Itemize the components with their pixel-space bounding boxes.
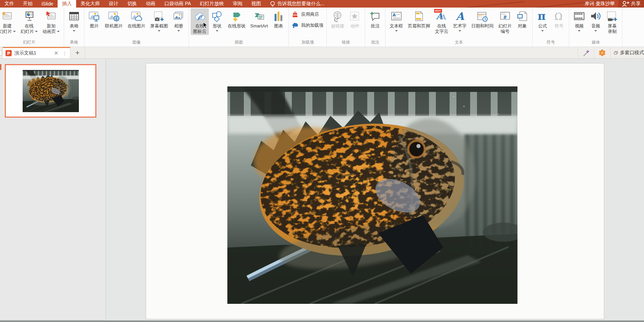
picture-button[interactable]: 图片 <box>86 8 103 29</box>
button-label: 动画页 <box>43 29 56 34</box>
dropdown-arrow <box>395 30 398 32</box>
online-shapes-button[interactable]: 在线形状 <box>225 8 248 29</box>
web-pictures-button[interactable]: 在线图片 <box>125 8 148 29</box>
button-label: 对象 <box>518 23 527 29</box>
new-tab-button[interactable]: + <box>70 47 85 58</box>
screen-record-icon <box>606 11 618 22</box>
shapes-button[interactable]: 形状 <box>209 8 225 32</box>
group-label-comments: 批注 <box>367 39 383 47</box>
chart-button[interactable]: 图表 <box>270 8 287 29</box>
omega-icon <box>553 11 565 22</box>
screen-record-button[interactable]: 屏幕 录制 <box>604 8 620 35</box>
dropdown-arrow <box>216 30 218 32</box>
object-icon <box>516 11 528 22</box>
online-pictures-button[interactable]: 联机图片 <box>103 8 125 29</box>
online-icon-cloud-button[interactable]: 在线 图标云 <box>191 8 209 35</box>
share-button[interactable]: 共享 <box>618 0 644 8</box>
menu-item-slideshow[interactable]: 幻灯片放映 <box>195 0 228 8</box>
dropdown-arrow <box>541 30 544 32</box>
ribbon-group-illustrations: 在线 图标云 形状 在线形状 SmartArt 图表 插图 <box>189 8 289 47</box>
wordart-button[interactable]: 艺术字 <box>451 8 469 32</box>
my-addins-button[interactable]: 我的加载项 <box>292 22 323 29</box>
ribbon-insert: 新建 幻灯片 在线 幻灯片 新加 动画页 幻灯片 表格 表格 <box>0 8 644 47</box>
dropdown-arrow <box>57 31 60 32</box>
close-tab-icon[interactable]: ✕ <box>53 50 59 56</box>
menu-item-file[interactable]: 文件 <box>0 0 19 8</box>
action-button[interactable]: 动作 <box>347 8 363 29</box>
menu-item-pocket-animation[interactable]: 口袋动画 PA <box>160 0 195 8</box>
video-button[interactable]: 视频 <box>571 8 587 32</box>
menu-item-animations[interactable]: 动画 <box>141 0 160 8</box>
smartart-button[interactable]: SmartArt <box>248 8 270 29</box>
panel-footer-divider <box>0 320 106 320</box>
table-button[interactable]: 表格 <box>66 8 82 32</box>
ribbon-group-links: 超链接 动作 链接 <box>327 8 365 47</box>
settings-gear-button[interactable] <box>594 47 610 58</box>
menu-item-insert-active[interactable]: 插入 <box>58 0 76 8</box>
tell-me-box[interactable]: 告诉我您想要做什么... <box>265 0 329 8</box>
share-label: 共享 <box>631 1 641 7</box>
menu-item-home[interactable]: 开始 <box>19 0 37 8</box>
slide-thumbnail-panel[interactable] <box>0 59 106 320</box>
slide-indicator <box>0 64 1 70</box>
menu-item-review[interactable]: 审阅 <box>228 0 247 8</box>
screenshot-button[interactable]: 屏幕截图 <box>148 8 170 32</box>
button-label: 批注 <box>371 23 380 29</box>
menu-item-islide[interactable]: iSlide <box>37 0 58 8</box>
document-tab[interactable]: 演示文稿1 ✕ ⋮ <box>3 47 70 58</box>
new-animation-page-button[interactable]: 新加 动画页 <box>40 8 62 35</box>
menu-item-transitions[interactable]: 切换 <box>123 0 141 8</box>
audio-button[interactable]: 音频 <box>587 8 604 32</box>
online-slides-button[interactable]: 在线 幻灯片 <box>18 8 40 35</box>
equation-button[interactable]: 公式 <box>534 8 551 32</box>
table-icon <box>68 11 80 22</box>
button-label: 形状 <box>213 23 222 29</box>
tab-menu-icon[interactable]: ⋮ <box>62 51 68 56</box>
dropdown-arrow <box>158 30 160 32</box>
menu-item-design[interactable]: 设计 <box>104 0 123 8</box>
button-label: 在线图片 <box>128 23 145 29</box>
ribbon-group-symbols: 公式 符号 符号 <box>533 8 569 47</box>
textbox-button[interactable]: 文本框 <box>387 8 405 32</box>
slide-thumbnail[interactable] <box>6 65 95 117</box>
inserted-fish-picture[interactable] <box>227 86 517 304</box>
group-label-illustrations: 插图 <box>191 39 287 47</box>
multi-window-mode-button[interactable]: 多窗口模式 <box>610 47 644 58</box>
slide-page[interactable] <box>146 63 604 319</box>
cloud-picture-icon <box>131 11 142 22</box>
ribbon-group-slides: 新建 幻灯片 在线 幻灯片 新加 动画页 幻灯片 <box>0 8 64 47</box>
button-label: 幻灯片 <box>0 29 12 34</box>
object-button[interactable]: 对象 <box>514 8 530 29</box>
slide-editing-canvas[interactable] <box>106 59 644 320</box>
smartart-icon <box>253 11 265 22</box>
ribbon-group-addins: 应用商店 我的加载项 加载项 <box>289 8 327 47</box>
comment-button[interactable]: 批注 <box>367 8 383 29</box>
presentation-file-icon <box>5 50 12 57</box>
symbol-button[interactable]: 符号 <box>551 8 567 29</box>
button-label: 新加 <box>47 23 56 29</box>
icon-cloud-icon <box>194 11 206 22</box>
comment-icon <box>369 11 381 22</box>
slide-number-button[interactable]: 幻灯片 编号 <box>496 8 514 35</box>
dropdown-arrow <box>177 30 180 32</box>
photo-album-button[interactable]: 相册 <box>170 8 187 32</box>
dropdown-arrow <box>458 30 461 32</box>
new-slide-button[interactable]: 新建 幻灯片 <box>0 8 18 35</box>
hyperlink-button[interactable]: 超链接 <box>329 8 347 29</box>
button-label: 在线 <box>25 23 34 29</box>
button-label: 符号 <box>554 23 563 29</box>
button-label: 在线 <box>437 23 446 29</box>
menu-item-beautify[interactable]: 美化大师 <box>76 0 104 8</box>
menu-item-view[interactable]: 视图 <box>247 0 265 8</box>
slide-number-icon <box>499 11 511 22</box>
pi-icon <box>537 11 548 22</box>
document-title: 演示文稿1 <box>14 50 50 56</box>
magic-wand-button[interactable] <box>578 47 594 58</box>
app-store-button[interactable]: 应用商店 <box>292 11 319 18</box>
date-time-button[interactable]: 日期和时间 <box>469 8 496 29</box>
multi-window-icon <box>614 50 618 56</box>
button-label: 相册 <box>174 23 183 29</box>
header-footer-button[interactable]: 页眉和页脚 <box>405 8 432 29</box>
online-word-cloud-button[interactable]: HOT 在线 文字云 <box>432 8 451 35</box>
hot-badge: HOT <box>434 9 442 13</box>
